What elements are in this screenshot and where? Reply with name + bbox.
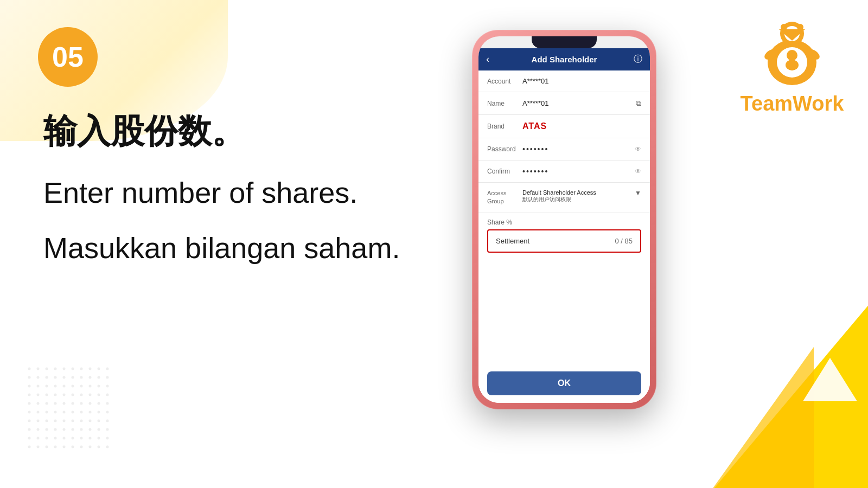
instruction-malay: Masukkan bilangan saham. [43,231,400,265]
app-header: ‹ Add Shareholder ⓘ [478,48,650,70]
phone-screen: ‹ Add Shareholder ⓘ Account A*****01 Nam… [478,36,650,403]
white-arrow-decoration [803,358,857,401]
name-row: Name A*****01 ⧉ [478,92,650,115]
yellow-triangle-small [705,347,814,488]
access-group-row: Access Group Default Shareholder Access … [478,183,650,213]
access-group-label: Access Group [487,189,522,206]
instruction-english: Enter number of shares. [43,176,400,209]
teamwork-logo-text: TeamWork [741,92,844,115]
eye-icon[interactable]: 👁 [635,145,641,153]
account-row: Account A*****01 [478,70,650,92]
share-percent-section: Share % Settlement 0 / 85 [478,213,650,256]
teamwork-logo: TeamWork [727,11,857,115]
confirm-label: Confirm [487,168,522,175]
instruction-chinese: 输入股份数。 [43,108,400,154]
info-button[interactable]: ⓘ [629,54,642,65]
access-value-line1: Default Shareholder Access [522,189,635,196]
copy-icon[interactable]: ⧉ [636,99,641,108]
main-content: 输入股份数。 Enter number of shares. Masukkan … [43,108,400,265]
back-button[interactable]: ‹ [486,54,499,65]
access-group-value: Default Shareholder Access 默认的用户访问权限 [522,189,635,203]
settlement-label: Settlement [496,237,529,245]
svg-point-8 [787,50,797,61]
account-value: A*****01 [522,77,641,85]
share-percent-label: Share % [487,219,641,226]
teamwork-icon [749,11,835,98]
brand-label: Brand [487,123,522,130]
account-label: Account [487,78,522,85]
step-number: 05 [52,41,84,73]
dropdown-arrow-icon[interactable]: ▼ [635,189,641,197]
settlement-value[interactable]: 0 / 85 [615,237,633,245]
confirm-row: Confirm ••••••• 👁 [478,160,650,183]
app-title: Add Shareholder [532,55,597,64]
dot-grid-decoration [27,367,114,455]
settlement-row[interactable]: Settlement 0 / 85 [487,229,641,253]
ok-button-container: OK [478,364,650,403]
name-label: Name [487,100,522,107]
confirm-eye-icon[interactable]: 👁 [635,168,641,175]
app-form-body: Account A*****01 Name A*****01 ⧉ Brand A… [478,70,650,403]
ok-button[interactable]: OK [487,371,641,395]
phone-outer-shell: ‹ Add Shareholder ⓘ Account A*****01 Nam… [472,30,656,409]
password-dots[interactable]: ••••••• [522,145,635,153]
phone-mockup: ‹ Add Shareholder ⓘ Account A*****01 Nam… [472,30,656,409]
brand-row: Brand ATAS [478,115,650,138]
password-row: Password ••••••• 👁 [478,138,650,160]
confirm-dots[interactable]: ••••••• [522,167,635,176]
brand-value: ATAS [522,121,547,131]
access-value-line2: 默认的用户访问权限 [522,196,635,203]
svg-rect-1 [27,367,114,453]
password-label: Password [487,145,522,153]
phone-notch [532,36,597,48]
step-badge: 05 [38,27,98,87]
svg-point-9 [786,60,799,70]
name-value: A*****01 [522,99,636,107]
